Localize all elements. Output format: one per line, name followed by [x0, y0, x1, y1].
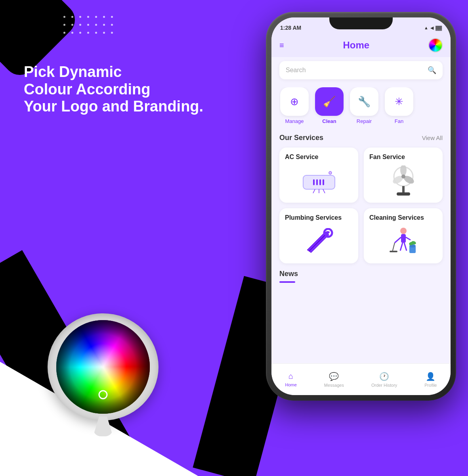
- app-header: ≡ Home: [271, 35, 451, 57]
- svg-rect-1: [313, 179, 315, 185]
- clean-icon-wrap: 🧹: [315, 87, 344, 116]
- wifi-icon: ◀: [430, 25, 434, 31]
- manage-icon: ⊕: [290, 96, 299, 108]
- fan-svg: [390, 165, 417, 197]
- svg-line-6: [313, 189, 315, 193]
- category-item-repair[interactable]: 🔧 Repair: [349, 87, 379, 124]
- services-grid: AC Service: [279, 148, 443, 263]
- order-history-nav-icon: 🕐: [379, 372, 389, 381]
- status-icons: ▲ ◀ ▓▓: [424, 25, 442, 31]
- plumbing-service-image: [285, 226, 353, 258]
- svg-rect-3: [319, 179, 321, 185]
- order-history-nav-label: Order History: [371, 383, 397, 388]
- ac-svg: ⚙: [301, 167, 337, 195]
- app-title: Home: [343, 40, 369, 51]
- search-section: Search 🔍: [271, 57, 451, 83]
- svg-point-13: [401, 175, 405, 178]
- clean-label: Clean: [322, 118, 336, 124]
- category-item-manage[interactable]: ⊕ Manage: [279, 87, 309, 124]
- cleaning-service-title: Cleaning Services: [369, 214, 437, 222]
- svg-line-17: [309, 235, 325, 251]
- home-nav-icon: ⌂: [288, 372, 293, 381]
- phone-screen: 1:28 AM ▲ ◀ ▓▓ ≡ Home Se: [271, 17, 451, 395]
- profile-nav-label: Profile: [424, 383, 437, 388]
- plumbing-svg: [301, 228, 337, 256]
- svg-line-8: [323, 189, 325, 193]
- bottom-navigation: ⌂ Home 💬 Messages 🕐 Order History 👤 Prof…: [271, 363, 451, 395]
- phone-mockup: 1:28 AM ▲ ◀ ▓▓ ≡ Home Se: [266, 12, 456, 409]
- nav-messages[interactable]: 💬 Messages: [324, 372, 344, 388]
- plumbing-service-title: Plumbing Services: [285, 214, 353, 222]
- search-bar[interactable]: Search 🔍: [279, 61, 443, 79]
- services-title: Our Services: [279, 134, 323, 142]
- nav-order-history[interactable]: 🕐 Order History: [371, 372, 397, 388]
- svg-line-24: [400, 243, 403, 251]
- category-item-clean[interactable]: 🧹 Clean: [314, 87, 344, 124]
- search-icon[interactable]: 🔍: [428, 66, 436, 75]
- svg-line-20: [395, 237, 401, 243]
- service-card-fan[interactable]: Fan Service: [364, 148, 443, 203]
- svg-rect-19: [401, 234, 406, 243]
- nav-home[interactable]: ⌂ Home: [285, 372, 296, 387]
- manage-icon-wrap: ⊕: [280, 87, 309, 116]
- news-section: News: [271, 266, 451, 284]
- nav-profile[interactable]: 👤 Profile: [424, 372, 437, 388]
- manage-label: Manage: [285, 118, 304, 124]
- search-placeholder-text: Search: [286, 67, 306, 74]
- view-all-button[interactable]: View All: [422, 134, 443, 141]
- fan-icon-wrap: ✳: [385, 87, 413, 116]
- home-nav-label: Home: [285, 382, 296, 387]
- color-wheel-canvas[interactable]: [55, 319, 151, 415]
- svg-point-10: [400, 165, 407, 176]
- svg-rect-4: [323, 179, 324, 185]
- cleaning-svg: [388, 226, 419, 258]
- status-time: 1:28 AM: [280, 25, 301, 31]
- svg-rect-14: [402, 186, 405, 193]
- ac-service-title: AC Service: [285, 153, 353, 161]
- category-item-fan[interactable]: ✳ Fan: [384, 87, 414, 124]
- color-wheel-bubble: [48, 313, 159, 436]
- svg-rect-22: [390, 251, 397, 252]
- dots-decoration: [63, 16, 116, 36]
- svg-line-21: [392, 243, 395, 252]
- phone-notch: [329, 17, 393, 29]
- headline: Pick Dynamic Colour According Your Logo …: [24, 63, 203, 115]
- scroll-content[interactable]: Search 🔍 ⊕ Manage: [271, 57, 451, 365]
- fan-cat-icon: ✳: [395, 96, 403, 108]
- news-title: News: [279, 270, 443, 278]
- messages-nav-label: Messages: [324, 383, 344, 388]
- battery-icon: ▓▓: [436, 25, 442, 30]
- ac-service-image: ⚙: [285, 165, 353, 197]
- repair-label: Repair: [357, 118, 372, 124]
- cleaning-service-image: [369, 226, 437, 258]
- services-section: Our Services View All AC Service: [271, 128, 451, 266]
- svg-line-25: [404, 243, 407, 251]
- messages-nav-icon: 💬: [329, 372, 339, 381]
- service-card-plumbing[interactable]: Plumbing Services: [279, 208, 358, 263]
- app-content-area: Search 🔍 ⊕ Manage: [271, 57, 451, 365]
- fan-service-title: Fan Service: [369, 153, 437, 161]
- color-wheel-circle[interactable]: [48, 313, 159, 420]
- service-card-cleaning[interactable]: Cleaning Services: [364, 208, 443, 263]
- news-underline: [279, 281, 295, 283]
- fan-label: Fan: [395, 118, 403, 124]
- clean-icon: 🧹: [323, 96, 336, 108]
- repair-icon-wrap: 🔧: [350, 87, 378, 116]
- categories-scroll: ⊕ Manage 🧹 Clean: [279, 87, 443, 124]
- repair-icon: 🔧: [358, 96, 371, 108]
- color-wheel-container: [48, 313, 159, 436]
- svg-rect-2: [316, 179, 318, 185]
- svg-rect-0: [303, 175, 335, 189]
- svg-text:⚙: ⚙: [328, 170, 332, 176]
- profile-nav-icon: 👤: [426, 372, 436, 381]
- categories-section: ⊕ Manage 🧹 Clean: [271, 83, 451, 128]
- services-header: Our Services View All: [279, 134, 443, 142]
- svg-line-23: [406, 237, 411, 240]
- color-picker-button[interactable]: [428, 38, 443, 52]
- service-card-ac[interactable]: AC Service: [279, 148, 358, 203]
- signal-icon: ▲: [424, 25, 428, 30]
- phone-outer-frame: 1:28 AM ▲ ◀ ▓▓ ≡ Home Se: [266, 12, 456, 401]
- hamburger-icon[interactable]: ≡: [279, 41, 284, 50]
- fan-service-image: [369, 165, 437, 197]
- svg-point-18: [400, 228, 407, 234]
